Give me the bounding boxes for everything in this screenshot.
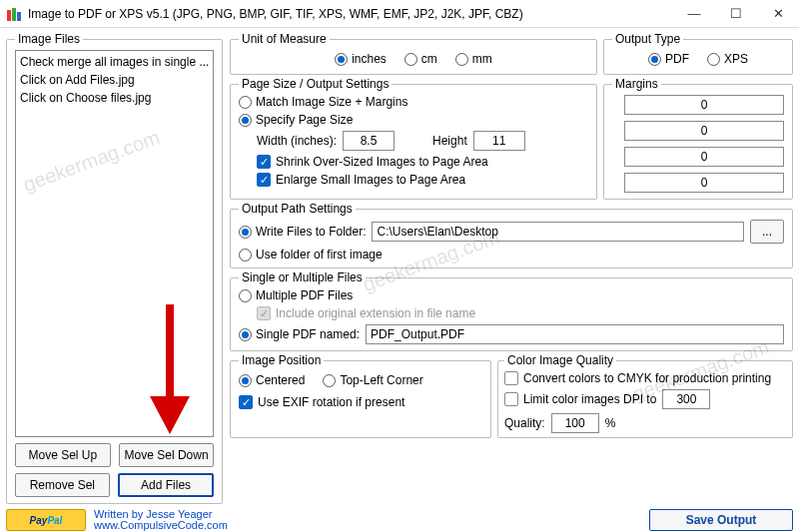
quality-suffix: % bbox=[605, 416, 616, 430]
maximize-button[interactable]: ☐ bbox=[715, 0, 757, 28]
image-position-group: Image Position Centered Top-Left Corner … bbox=[230, 353, 491, 438]
image-files-legend: Image Files bbox=[15, 32, 83, 46]
output-type-legend: Output Type bbox=[612, 32, 683, 46]
browse-button[interactable]: ... bbox=[750, 220, 784, 244]
list-item[interactable]: Click on Add Files.jpg bbox=[18, 71, 211, 89]
paypal-donate-button[interactable]: PayPal bbox=[6, 509, 86, 531]
unit-of-measure-group: Unit of Measure inches cm mm bbox=[230, 32, 597, 75]
svg-rect-0 bbox=[7, 10, 11, 21]
footer-links: Written by Jesse Yeager www.CompulsiveCo… bbox=[94, 509, 228, 531]
top-left-radio[interactable]: Top-Left Corner bbox=[323, 373, 422, 387]
unit-cm-radio[interactable]: cm bbox=[404, 52, 437, 66]
exif-rotation-check[interactable]: ✓Use EXIF rotation if present bbox=[239, 395, 482, 409]
output-type-group: Output Type PDF XPS bbox=[603, 32, 793, 75]
app-icon bbox=[6, 6, 22, 22]
output-xps-radio[interactable]: XPS bbox=[707, 52, 748, 66]
margin-left-input[interactable] bbox=[624, 121, 784, 141]
list-item[interactable]: Click on Choose files.jpg bbox=[18, 89, 211, 107]
use-first-image-folder-radio[interactable]: Use folder of first image bbox=[239, 248, 784, 262]
image-files-group: Image Files Check merge all images in si… bbox=[6, 32, 223, 504]
quality-input[interactable] bbox=[551, 413, 599, 433]
remove-sel-button[interactable]: Remove Sel bbox=[15, 473, 110, 497]
unit-mm-radio[interactable]: mm bbox=[455, 52, 492, 66]
single-multiple-group: Single or Multiple Files Multiple PDF Fi… bbox=[230, 270, 793, 351]
window-controls: — ☐ ✕ bbox=[673, 0, 799, 28]
output-pdf-radio[interactable]: PDF bbox=[648, 52, 689, 66]
specify-page-size-radio[interactable]: Specify Page Size bbox=[239, 113, 588, 127]
single-pdf-name-input[interactable] bbox=[366, 324, 784, 344]
unit-legend: Unit of Measure bbox=[239, 32, 330, 46]
limit-dpi-check[interactable]: ✓Limit color images DPI to bbox=[504, 392, 656, 406]
title-bar: Image to PDF or XPS v5.1 (JPG, PNG, BMP,… bbox=[0, 0, 799, 28]
image-position-legend: Image Position bbox=[239, 353, 324, 367]
image-files-list[interactable]: Check merge all images in single ... Cli… bbox=[15, 50, 214, 437]
color-quality-group: Color Image Quality ✓Convert colors to C… bbox=[497, 353, 793, 438]
add-files-button[interactable]: Add Files bbox=[118, 473, 215, 497]
move-sel-down-button[interactable]: Move Sel Down bbox=[119, 443, 215, 467]
shrink-check[interactable]: ✓Shrink Over-Sized Images to Page Area bbox=[239, 155, 588, 169]
write-files-radio[interactable]: Write Files to Folder: bbox=[239, 225, 366, 239]
height-label: Height bbox=[432, 134, 467, 148]
footer: PayPal Written by Jesse Yeager www.Compu… bbox=[0, 508, 799, 532]
margin-bottom-input[interactable] bbox=[624, 147, 784, 167]
page-size-legend: Page Size / Output Settings bbox=[239, 77, 392, 91]
move-sel-up-button[interactable]: Move Sel Up bbox=[15, 443, 111, 467]
output-path-group: Output Path Settings Write Files to Fold… bbox=[230, 202, 793, 268]
svg-rect-2 bbox=[17, 12, 21, 21]
height-input[interactable] bbox=[473, 131, 525, 151]
close-button[interactable]: ✕ bbox=[757, 0, 799, 28]
width-input[interactable] bbox=[343, 131, 395, 151]
dpi-input[interactable] bbox=[662, 389, 710, 409]
margins-group: Margins Top (inches): Left (inches): Bot… bbox=[603, 77, 793, 200]
quality-label: Quality: bbox=[504, 416, 545, 430]
margin-right-input[interactable] bbox=[624, 173, 784, 193]
single-pdf-radio[interactable]: Single PDF named: bbox=[239, 327, 360, 341]
page-size-group: Page Size / Output Settings Match Image … bbox=[230, 77, 597, 200]
svg-rect-1 bbox=[12, 8, 16, 21]
multiple-pdf-radio[interactable]: Multiple PDF Files bbox=[239, 288, 784, 302]
list-item[interactable]: Check merge all images in single ... bbox=[18, 53, 211, 71]
output-path-legend: Output Path Settings bbox=[239, 202, 356, 216]
centered-radio[interactable]: Centered bbox=[239, 373, 305, 387]
match-image-size-radio[interactable]: Match Image Size + Margins bbox=[239, 95, 588, 109]
color-quality-legend: Color Image Quality bbox=[504, 353, 616, 367]
output-folder-input[interactable] bbox=[372, 222, 744, 242]
minimize-button[interactable]: — bbox=[673, 0, 715, 28]
cmyk-check[interactable]: ✓Convert colors to CMYK for production p… bbox=[504, 371, 786, 385]
unit-inches-radio[interactable]: inches bbox=[335, 52, 387, 66]
save-output-button[interactable]: Save Output bbox=[649, 509, 793, 531]
single-multiple-legend: Single or Multiple Files bbox=[239, 270, 366, 284]
site-link[interactable]: www.CompulsiveCode.com bbox=[94, 520, 228, 531]
enlarge-check[interactable]: ✓Enlarge Small Images to Page Area bbox=[239, 173, 588, 187]
margins-legend: Margins bbox=[612, 77, 661, 91]
width-label: Width (inches): bbox=[257, 134, 337, 148]
include-extension-check: ✓Include original extension in file name bbox=[239, 306, 784, 320]
window-title: Image to PDF or XPS v5.1 (JPG, PNG, BMP,… bbox=[28, 7, 673, 21]
margin-top-input[interactable] bbox=[624, 95, 784, 115]
